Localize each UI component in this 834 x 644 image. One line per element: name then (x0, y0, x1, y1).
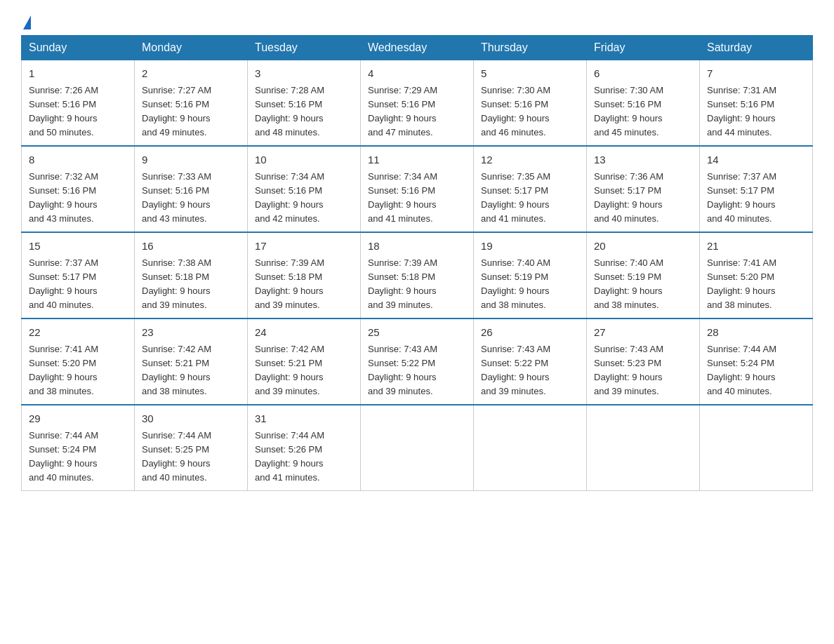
calendar-cell: 12Sunrise: 7:35 AMSunset: 5:17 PMDayligh… (474, 146, 587, 232)
day-info: Sunrise: 7:41 AMSunset: 5:20 PMDaylight:… (29, 342, 127, 399)
day-info: Sunrise: 7:37 AMSunset: 5:17 PMDaylight:… (29, 256, 127, 313)
calendar-cell: 3Sunrise: 7:28 AMSunset: 5:16 PMDaylight… (248, 60, 361, 147)
calendar-cell: 30Sunrise: 7:44 AMSunset: 5:25 PMDayligh… (135, 405, 248, 491)
day-number: 18 (368, 239, 466, 255)
calendar-cell: 9Sunrise: 7:33 AMSunset: 5:16 PMDaylight… (135, 146, 248, 232)
day-number: 9 (142, 152, 240, 168)
day-number: 20 (594, 239, 692, 255)
day-number: 26 (481, 325, 579, 341)
day-info: Sunrise: 7:37 AMSunset: 5:17 PMDaylight:… (707, 170, 805, 227)
day-info: Sunrise: 7:42 AMSunset: 5:21 PMDaylight:… (142, 342, 240, 399)
day-info: Sunrise: 7:38 AMSunset: 5:18 PMDaylight:… (142, 256, 240, 313)
day-number: 13 (594, 152, 692, 168)
day-number: 11 (368, 152, 466, 168)
day-info: Sunrise: 7:40 AMSunset: 5:19 PMDaylight:… (481, 256, 579, 313)
day-info: Sunrise: 7:44 AMSunset: 5:25 PMDaylight:… (142, 429, 240, 485)
weekday-header-saturday: Saturday (700, 36, 813, 60)
day-info: Sunrise: 7:44 AMSunset: 5:26 PMDaylight:… (255, 429, 353, 485)
day-number: 23 (142, 325, 240, 341)
calendar-cell: 20Sunrise: 7:40 AMSunset: 5:19 PMDayligh… (587, 232, 700, 318)
calendar-cell: 10Sunrise: 7:34 AMSunset: 5:16 PMDayligh… (248, 146, 361, 232)
day-number: 1 (29, 66, 127, 82)
calendar-cell: 22Sunrise: 7:41 AMSunset: 5:20 PMDayligh… (22, 318, 135, 405)
calendar-cell: 31Sunrise: 7:44 AMSunset: 5:26 PMDayligh… (248, 405, 361, 491)
day-number: 31 (255, 411, 353, 427)
week-row-4: 22Sunrise: 7:41 AMSunset: 5:20 PMDayligh… (22, 318, 813, 405)
day-info: Sunrise: 7:43 AMSunset: 5:23 PMDaylight:… (594, 342, 692, 399)
weekday-header-wednesday: Wednesday (361, 36, 474, 60)
calendar-cell: 1Sunrise: 7:26 AMSunset: 5:16 PMDaylight… (22, 60, 135, 147)
calendar-cell: 27Sunrise: 7:43 AMSunset: 5:23 PMDayligh… (587, 318, 700, 405)
calendar-cell: 2Sunrise: 7:27 AMSunset: 5:16 PMDaylight… (135, 60, 248, 147)
calendar-cell: 23Sunrise: 7:42 AMSunset: 5:21 PMDayligh… (135, 318, 248, 405)
week-row-3: 15Sunrise: 7:37 AMSunset: 5:17 PMDayligh… (22, 232, 813, 318)
day-info: Sunrise: 7:34 AMSunset: 5:16 PMDaylight:… (255, 170, 353, 227)
calendar-cell: 7Sunrise: 7:31 AMSunset: 5:16 PMDaylight… (700, 60, 813, 147)
day-info: Sunrise: 7:39 AMSunset: 5:18 PMDaylight:… (255, 256, 353, 313)
calendar-cell: 13Sunrise: 7:36 AMSunset: 5:17 PMDayligh… (587, 146, 700, 232)
day-number: 25 (368, 325, 466, 341)
day-info: Sunrise: 7:44 AMSunset: 5:24 PMDaylight:… (29, 429, 127, 485)
calendar-cell (474, 405, 587, 491)
calendar-cell: 11Sunrise: 7:34 AMSunset: 5:16 PMDayligh… (361, 146, 474, 232)
weekday-header-sunday: Sunday (22, 36, 135, 60)
calendar-cell: 26Sunrise: 7:43 AMSunset: 5:22 PMDayligh… (474, 318, 587, 405)
logo (21, 14, 31, 28)
calendar-cell (587, 405, 700, 491)
day-number: 28 (707, 325, 805, 341)
day-number: 6 (594, 66, 692, 82)
weekday-header-row: SundayMondayTuesdayWednesdayThursdayFrid… (22, 36, 813, 60)
day-info: Sunrise: 7:32 AMSunset: 5:16 PMDaylight:… (29, 170, 127, 227)
calendar-cell: 21Sunrise: 7:41 AMSunset: 5:20 PMDayligh… (700, 232, 813, 318)
day-number: 16 (142, 239, 240, 255)
day-number: 17 (255, 239, 353, 255)
day-info: Sunrise: 7:40 AMSunset: 5:19 PMDaylight:… (594, 256, 692, 313)
day-info: Sunrise: 7:34 AMSunset: 5:16 PMDaylight:… (368, 170, 466, 227)
day-number: 5 (481, 66, 579, 82)
day-info: Sunrise: 7:30 AMSunset: 5:16 PMDaylight:… (594, 83, 692, 140)
logo-triangle-icon (23, 15, 31, 29)
week-row-5: 29Sunrise: 7:44 AMSunset: 5:24 PMDayligh… (22, 405, 813, 491)
day-info: Sunrise: 7:27 AMSunset: 5:16 PMDaylight:… (142, 83, 240, 140)
day-number: 15 (29, 239, 127, 255)
day-info: Sunrise: 7:28 AMSunset: 5:16 PMDaylight:… (255, 83, 353, 140)
day-info: Sunrise: 7:35 AMSunset: 5:17 PMDaylight:… (481, 170, 579, 227)
day-number: 12 (481, 152, 579, 168)
calendar-cell: 4Sunrise: 7:29 AMSunset: 5:16 PMDaylight… (361, 60, 474, 147)
weekday-header-monday: Monday (135, 36, 248, 60)
day-number: 27 (594, 325, 692, 341)
day-info: Sunrise: 7:44 AMSunset: 5:24 PMDaylight:… (707, 342, 805, 399)
day-number: 8 (29, 152, 127, 168)
day-info: Sunrise: 7:43 AMSunset: 5:22 PMDaylight:… (481, 342, 579, 399)
calendar-cell: 8Sunrise: 7:32 AMSunset: 5:16 PMDaylight… (22, 146, 135, 232)
calendar-cell (361, 405, 474, 491)
calendar-cell: 17Sunrise: 7:39 AMSunset: 5:18 PMDayligh… (248, 232, 361, 318)
weekday-header-tuesday: Tuesday (248, 36, 361, 60)
day-info: Sunrise: 7:30 AMSunset: 5:16 PMDaylight:… (481, 83, 579, 140)
day-info: Sunrise: 7:33 AMSunset: 5:16 PMDaylight:… (142, 170, 240, 227)
calendar-cell: 24Sunrise: 7:42 AMSunset: 5:21 PMDayligh… (248, 318, 361, 405)
day-info: Sunrise: 7:41 AMSunset: 5:20 PMDaylight:… (707, 256, 805, 313)
day-number: 24 (255, 325, 353, 341)
weekday-header-friday: Friday (587, 36, 700, 60)
day-number: 21 (707, 239, 805, 255)
calendar-table: SundayMondayTuesdayWednesdayThursdayFrid… (21, 35, 813, 491)
calendar-cell: 15Sunrise: 7:37 AMSunset: 5:17 PMDayligh… (22, 232, 135, 318)
day-number: 14 (707, 152, 805, 168)
day-info: Sunrise: 7:36 AMSunset: 5:17 PMDaylight:… (594, 170, 692, 227)
week-row-1: 1Sunrise: 7:26 AMSunset: 5:16 PMDaylight… (22, 60, 813, 147)
weekday-header-thursday: Thursday (474, 36, 587, 60)
calendar-cell: 16Sunrise: 7:38 AMSunset: 5:18 PMDayligh… (135, 232, 248, 318)
calendar-cell: 5Sunrise: 7:30 AMSunset: 5:16 PMDaylight… (474, 60, 587, 147)
day-number: 2 (142, 66, 240, 82)
calendar-cell: 29Sunrise: 7:44 AMSunset: 5:24 PMDayligh… (22, 405, 135, 491)
day-info: Sunrise: 7:31 AMSunset: 5:16 PMDaylight:… (707, 83, 805, 140)
week-row-2: 8Sunrise: 7:32 AMSunset: 5:16 PMDaylight… (22, 146, 813, 232)
calendar-cell: 14Sunrise: 7:37 AMSunset: 5:17 PMDayligh… (700, 146, 813, 232)
day-number: 7 (707, 66, 805, 82)
day-info: Sunrise: 7:26 AMSunset: 5:16 PMDaylight:… (29, 83, 127, 140)
day-number: 3 (255, 66, 353, 82)
calendar-cell: 28Sunrise: 7:44 AMSunset: 5:24 PMDayligh… (700, 318, 813, 405)
calendar-cell: 19Sunrise: 7:40 AMSunset: 5:19 PMDayligh… (474, 232, 587, 318)
day-info: Sunrise: 7:42 AMSunset: 5:21 PMDaylight:… (255, 342, 353, 399)
